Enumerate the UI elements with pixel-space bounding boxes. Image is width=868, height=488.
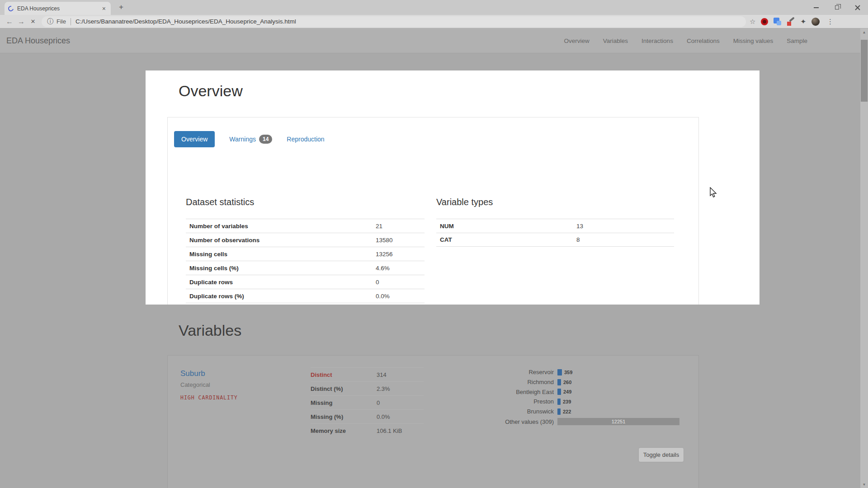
color-swatch-icon <box>787 22 791 26</box>
minimize-button[interactable] <box>806 0 826 15</box>
stat-value: 21 <box>376 223 382 230</box>
window-controls <box>806 0 868 15</box>
stat-label: Number of variables <box>186 223 248 230</box>
tab-reproduction[interactable]: Reproduction <box>287 136 324 143</box>
bar <box>557 399 561 405</box>
dark-extension-icon[interactable]: ✦ <box>800 18 806 25</box>
browser-titlebar: EDA Houseprices × + <box>0 0 868 15</box>
table-row: Number of observations13580 <box>186 233 425 247</box>
tab-title: EDA Houseprices <box>17 5 101 12</box>
browser-toolbar: ← → ✕ ⓘ File C:/Users/Bananatree/Desktop… <box>0 15 868 28</box>
overview-panel: Overview Warnings14 Reproduction Dataset… <box>167 117 699 305</box>
profile-avatar[interactable] <box>811 18 820 26</box>
overview-title: Overview <box>179 82 243 100</box>
translate-extension-icon[interactable] <box>774 18 781 25</box>
table-row: Distinct314 <box>311 367 424 381</box>
variable-name-link[interactable]: Suburb <box>180 369 205 378</box>
table-row: CAT8 <box>436 233 674 247</box>
bar <box>557 408 561 415</box>
restore-button[interactable] <box>826 0 847 15</box>
tab-warnings-label: Warnings <box>229 136 256 143</box>
nav-link-missing-values[interactable]: Missing values <box>733 38 774 44</box>
bar-row: Reservoir359 <box>453 367 684 377</box>
stat-label: Missing (%) <box>311 413 343 420</box>
overview-tabs: Overview Warnings14 Reproduction <box>174 131 325 147</box>
nav-link-interactions[interactable]: Interactions <box>642 38 673 44</box>
stat-value: 0 <box>377 399 380 406</box>
stat-value: 8 <box>576 236 580 243</box>
stat-value: 0.0% <box>376 293 390 300</box>
bar-value: 12251 <box>612 419 626 424</box>
stat-label: Missing cells <box>186 251 227 258</box>
table-row: Number of variables21 <box>186 219 425 233</box>
table-row: NUM13 <box>436 219 674 233</box>
translate-icon-square-light <box>777 21 781 25</box>
new-tab-button[interactable]: + <box>115 3 127 12</box>
tab-overview[interactable]: Overview <box>174 131 215 147</box>
bar-category-label: Preston <box>453 398 557 405</box>
close-window-button[interactable] <box>847 0 868 15</box>
nav-link-overview[interactable]: Overview <box>564 38 590 44</box>
back-button[interactable]: ← <box>4 18 15 26</box>
bookmark-star-icon[interactable]: ☆ <box>750 18 755 26</box>
stop-loading-button[interactable]: ✕ <box>27 18 39 25</box>
tab-warnings[interactable]: Warnings14 <box>229 135 272 144</box>
high-cardinality-warning-badge: HIGH CARDINALITY <box>180 394 238 401</box>
stat-label: NUM <box>436 223 454 230</box>
bar-value: 260 <box>563 380 571 385</box>
stat-value: 314 <box>377 371 387 378</box>
bar-row: Brunswick222 <box>453 407 684 417</box>
stat-label: Missing cells (%) <box>186 265 239 272</box>
stat-value: 0 <box>376 279 379 286</box>
page-scrollbar[interactable]: ▲ ▼ <box>860 28 868 488</box>
table-row: Duplicate rows (%)0.0% <box>186 289 425 303</box>
table-row: Memory size106.1 KiB <box>311 423 424 437</box>
scrollbar-down-icon[interactable]: ▼ <box>860 481 868 488</box>
nav-link-variables[interactable]: Variables <box>603 38 628 44</box>
stat-value: 2.3% <box>377 385 390 392</box>
stat-value: 13256 <box>376 251 393 258</box>
bar-row: Preston239 <box>453 397 684 407</box>
stat-value: 106.1 KiB <box>377 427 402 434</box>
table-row: Missing (%)0.0% <box>311 409 424 423</box>
overview-card: Overview Overview Warnings14 Reproductio… <box>146 70 760 305</box>
stat-value: 0.0% <box>377 413 390 420</box>
navbar-brand[interactable]: EDA Houseprices <box>6 36 70 46</box>
table-row: Duplicate rows0 <box>186 275 425 289</box>
bar-value: 359 <box>564 370 572 375</box>
navbar-links: Overview Variables Interactions Correlat… <box>564 38 807 44</box>
bar <box>557 379 561 385</box>
bar-value: 239 <box>563 399 571 404</box>
browser-tab[interactable]: EDA Houseprices × <box>5 2 111 15</box>
scrollbar-thumb[interactable] <box>861 40 868 102</box>
red-circle-extension-icon[interactable] <box>761 18 768 25</box>
bar <box>557 389 561 395</box>
warnings-count-badge: 14 <box>259 135 272 144</box>
tab-close-icon[interactable]: × <box>101 5 107 12</box>
bar-category-label: Brunswick <box>453 408 557 415</box>
url-text[interactable]: C:/Users/Bananatree/Desktop/EDA_Housepri… <box>75 18 296 25</box>
browser-menu-icon[interactable]: ⋮ <box>825 18 835 26</box>
mouse-cursor <box>708 187 717 198</box>
table-row: Total size in memory2.2 MiB <box>186 303 425 305</box>
bar-category-label: Reservoir <box>453 369 557 375</box>
bar-value: 249 <box>563 389 571 394</box>
report-navbar: EDA Houseprices Overview Variables Inter… <box>0 28 868 53</box>
forward-button[interactable]: → <box>15 18 27 26</box>
address-bar[interactable]: ⓘ File C:/Users/Bananatree/Desktop/EDA_H… <box>42 16 746 27</box>
nav-link-correlations[interactable]: Correlations <box>687 38 720 44</box>
toggle-details-button[interactable]: Toggle details <box>638 447 684 462</box>
stat-value: 13580 <box>376 237 393 244</box>
nav-link-sample[interactable]: Sample <box>787 38 807 44</box>
bar <box>557 369 562 375</box>
stat-label: Memory size <box>311 427 346 434</box>
stat-label: Distinct (%) <box>311 385 343 392</box>
variable-type-label: Categorical <box>180 381 210 388</box>
dataset-statistics-table: Number of variables21 Number of observat… <box>186 219 425 305</box>
colorpicker-extension-icon[interactable] <box>787 18 795 26</box>
bar-row: Richmond260 <box>453 377 684 387</box>
scrollbar-up-icon[interactable]: ▲ <box>860 28 868 36</box>
stat-label: Missing <box>311 399 332 406</box>
stat-value: 4.6% <box>376 265 390 272</box>
page-info-icon[interactable]: ⓘ <box>47 18 53 26</box>
